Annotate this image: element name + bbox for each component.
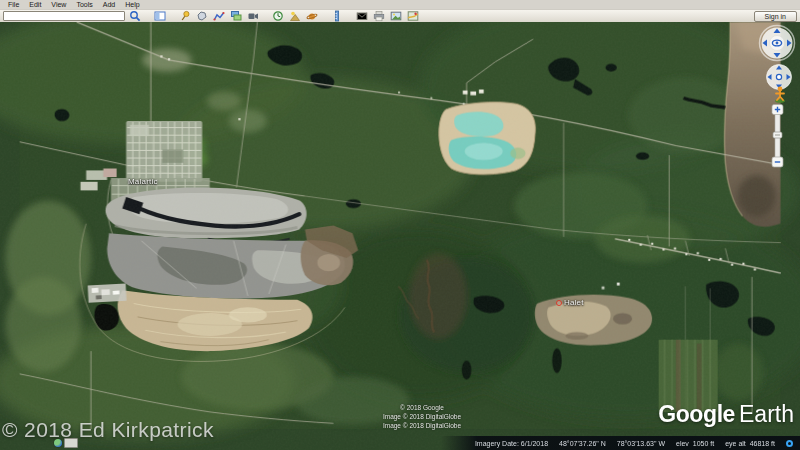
email-button[interactable] [354,11,369,22]
elevation: elev 1050 ft [676,440,714,447]
menu-add[interactable]: Add [98,0,120,9]
mini-globe-icon[interactable] [54,439,62,447]
add-image-overlay-button[interactable] [228,11,243,22]
historical-imagery-button[interactable] [270,11,285,22]
zoom-slider-handle [773,132,782,138]
print-icon [373,10,385,22]
zoom-out-button [772,157,783,167]
planets-button[interactable] [304,11,319,22]
tour-thumbnail[interactable] [64,438,78,448]
menu-help[interactable]: Help [120,0,144,9]
view-in-maps-button[interactable] [405,11,420,22]
search-icon [129,10,141,22]
sidebar-toggle-button[interactable] [152,11,167,22]
menu-bar: File Edit View Tools Add Help [0,0,800,10]
zoom-in-button [772,105,783,115]
sunlight-button[interactable] [287,11,302,22]
print-button[interactable] [371,11,386,22]
menu-file[interactable]: File [3,0,24,9]
map-viewport[interactable]: Malartic Halet © 2018 Google Image © 201… [0,22,800,450]
latitude: 48°07'37.26" N [559,440,606,447]
historical-imagery-icon [272,10,284,22]
image-overlay-icon [230,10,242,22]
status-bar: Imagery Date: 6/1/2018 48°07'37.26" N 78… [441,436,800,450]
maps-icon [407,10,419,22]
placemark-icon [179,10,191,22]
planets-icon [306,10,318,22]
polygon-icon [196,10,208,22]
save-image-button[interactable] [388,11,403,22]
menu-view[interactable]: View [46,0,71,9]
look-joystick[interactable] [758,24,796,62]
sidebar-icon [154,10,166,22]
add-polygon-button[interactable] [194,11,209,22]
sign-in-button[interactable]: Sign in [754,11,797,22]
satellite-imagery [0,22,800,450]
search-button[interactable] [127,11,142,22]
imagery-date: Imagery Date: 6/1/2018 [475,440,548,447]
save-image-icon [390,10,402,22]
add-placemark-button[interactable] [177,11,192,22]
ruler-button[interactable] [329,11,344,22]
email-icon [356,10,368,22]
zoom-slider[interactable] [770,104,785,168]
menu-edit[interactable]: Edit [24,0,46,9]
sunlight-icon [289,10,301,22]
search-input[interactable] [3,11,125,21]
pegman-icon[interactable] [772,86,788,103]
longitude: 78°03'13.63" W [617,440,665,447]
ruler-icon [331,10,343,22]
record-tour-button[interactable] [245,11,260,22]
record-tour-icon [247,10,259,22]
streaming-indicator-icon [786,440,793,447]
eye-altitude: eye alt 46818 ft [725,440,775,447]
path-icon [213,10,225,22]
google-earth-window: File Edit View Tools Add Help [0,0,800,450]
tour-guide-bar[interactable] [54,438,78,448]
add-path-button[interactable] [211,11,226,22]
menu-tools[interactable]: Tools [71,0,97,9]
